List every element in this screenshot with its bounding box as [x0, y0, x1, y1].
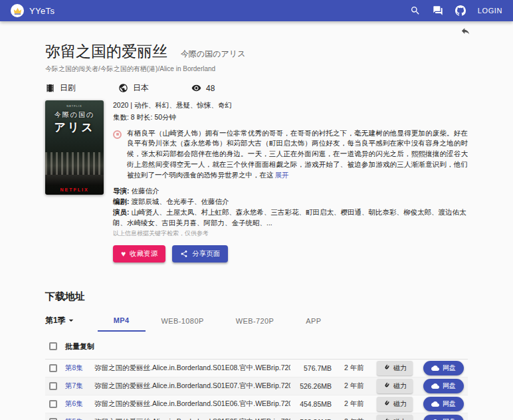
messages-icon[interactable] [433, 5, 443, 16]
magnet-button[interactable]: 磁力 [377, 361, 413, 375]
brand-name: YYeTs [29, 6, 54, 16]
search-icon[interactable] [410, 5, 421, 16]
app-root: YYeTs LOGIN 弥留之国的爱丽丝 今際の国のアリス 今际之国的闯关者/今… [0, 0, 513, 420]
batch-copy-label: 批量复制 [65, 342, 94, 352]
top-navbar: YYeTs LOGIN [0, 0, 513, 21]
batch-copy-checkbox[interactable] [49, 342, 57, 350]
tab-mp4[interactable]: MP4 [98, 310, 146, 332]
poster-title-line2: アリス [45, 120, 104, 135]
year-genres: 2020 | 动作、科幻、悬疑、惊悚、奇幻 [113, 100, 468, 111]
episode-size: 576.7MB [290, 364, 332, 372]
episode-link[interactable]: 第6集 [65, 399, 94, 409]
globe-icon [118, 83, 128, 93]
episode-filename: 弥留之国的爱丽丝.Alice.in.Borderland.S01E08.官中.W… [94, 364, 290, 373]
brand-home-link[interactable]: YYeTs [11, 4, 54, 17]
episode-filename: 弥留之国的爱丽丝.Alice.in.Borderland.S01E06.官中.W… [94, 399, 290, 409]
episode-link[interactable]: 第8集 [65, 364, 94, 373]
magnet-icon [383, 400, 390, 407]
page-title: 弥留之国的爱丽丝 [45, 41, 167, 62]
season-select[interactable]: 第1季 [45, 315, 76, 326]
tag-category: 日剧 [45, 82, 118, 94]
view-count: 48 [206, 84, 215, 93]
cloud-icon [431, 400, 439, 408]
row-checkbox[interactable] [49, 400, 57, 408]
row-checkbox[interactable] [49, 382, 57, 390]
tab-app[interactable]: APP [290, 310, 337, 331]
douban-icon [113, 130, 122, 139]
downloads-tabbar: 第1季 MP4 WEB-1080P WEB-720P APP [45, 310, 468, 332]
poster-image[interactable]: NETFLIX 今際の国の アリス NETFLIX [45, 100, 104, 195]
credit-line: 编剧: 渡部辰城、仓光泰子、佐藤信介 [113, 197, 468, 207]
share-icon [180, 250, 188, 258]
tag-views: 48 [191, 82, 264, 94]
episode-row: 第5集 弥留之国的爱丽丝.Alice.in.Borderland.S01E05.… [45, 413, 468, 420]
favorite-button[interactable]: ♥ 收藏资源 [113, 245, 165, 262]
episode-age: 2 年前 [332, 381, 377, 391]
share-button[interactable]: 分享页面 [172, 245, 228, 262]
page-title-japanese: 今際の国のアリス [181, 49, 245, 60]
episode-filename: 弥留之国的爱丽丝.Alice.in.Borderland.S01E05.官中.W… [94, 417, 290, 420]
tag-region-label: 日本 [133, 82, 149, 94]
back-icon[interactable] [461, 26, 470, 37]
synopsis: 有栖良平（山崎贤人饰）拥有一位非常优秀的哥哥，在哥哥的衬托之下，毫无建树的他显得… [127, 128, 468, 181]
batch-copy-row: 批量复制 [45, 333, 468, 360]
pan-button[interactable]: 网盘 [423, 379, 464, 393]
disclaimer: 以上信息根据关键字检索，仅供参考 [113, 229, 468, 239]
magnet-button[interactable]: 磁力 [377, 379, 413, 393]
magnet-button[interactable]: 磁力 [377, 397, 413, 411]
expand-link[interactable]: 展开 [275, 171, 289, 179]
github-icon[interactable] [455, 5, 466, 16]
episode-table: 第8集 弥留之国的爱丽丝.Alice.in.Borderland.S01E08.… [45, 360, 468, 420]
episode-age: 2 年前 [332, 364, 377, 373]
main-content: 弥留之国的爱丽丝 今際の国のアリス 今际之国的闯关者/今际之国的有栖(港)/Al… [0, 21, 513, 420]
magnet-icon [383, 382, 390, 389]
tag-category-label: 日剧 [60, 82, 76, 94]
episode-size: 454.85MB [290, 400, 332, 408]
credits: 导演: 佐藤信介 编剧: 渡部辰城、仓光泰子、佐藤信介 演员: 山崎贤人、土屋太… [113, 186, 468, 228]
episode-link[interactable]: 第5集 [65, 417, 94, 420]
chevron-down-icon [66, 315, 76, 326]
title-aliases: 今际之国的闯关者/今际之国的有栖(港)/Alice in Borderland [45, 64, 468, 74]
crown-logo-icon [11, 4, 24, 17]
magnet-icon [383, 364, 390, 371]
credit-line: 导演: 佐藤信介 [113, 186, 468, 197]
episode-age: 2 年前 [332, 417, 377, 420]
episode-age: 2 年前 [332, 399, 377, 409]
downloads-heading: 下载地址 [45, 290, 468, 303]
heart-icon: ♥ [121, 250, 126, 258]
eye-icon [191, 83, 201, 93]
episode-size: 526.26MB [290, 382, 332, 390]
pan-button[interactable]: 网盘 [423, 397, 464, 411]
theaters-icon [45, 83, 55, 93]
episodes-runtime: 集数: 8 时长: 50分钟 [113, 112, 468, 123]
login-button[interactable]: LOGIN [478, 7, 502, 15]
episode-link[interactable]: 第7集 [65, 381, 94, 391]
tag-region: 日本 [118, 82, 191, 94]
cloud-icon [431, 382, 439, 390]
magnet-button[interactable]: 磁力 [377, 415, 413, 420]
resource-info: NETFLIX 今際の国の アリス NETFLIX 2020 | 动作、科幻、悬… [45, 100, 468, 262]
row-checkbox[interactable] [49, 364, 57, 372]
tab-web-1080p[interactable]: WEB-1080P [146, 310, 220, 331]
episode-filename: 弥留之国的爱丽丝.Alice.in.Borderland.S01E07.官中.W… [94, 381, 290, 391]
tab-web-720p[interactable]: WEB-720P [220, 310, 290, 331]
navbar-actions: LOGIN [410, 5, 502, 16]
meta-tags: 日剧 日本 48 [45, 82, 264, 94]
credit-line: 演员: 山崎贤人、土屋太凤、村上虹郎、森永悠希、三吉彩花、町田启太、樱田通、朝比… [113, 207, 468, 229]
pan-button[interactable]: 网盘 [423, 361, 464, 375]
episode-row: 第7集 弥留之国的爱丽丝.Alice.in.Borderland.S01E07.… [45, 377, 468, 395]
episode-row: 第8集 弥留之国的爱丽丝.Alice.in.Borderland.S01E08.… [45, 360, 468, 377]
poster-title-line1: 今際の国の [45, 110, 104, 120]
episode-row: 第6集 弥留之国的爱丽丝.Alice.in.Borderland.S01E06.… [45, 395, 468, 413]
cloud-icon [431, 364, 439, 372]
poster-netflix-brand: NETFLIX [45, 187, 104, 192]
pan-button[interactable]: 网盘 [423, 415, 464, 420]
